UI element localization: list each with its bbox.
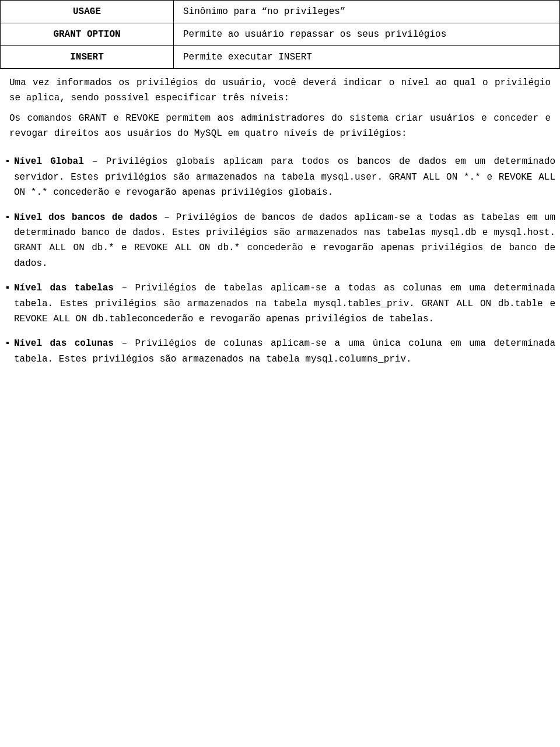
list-item: Nível Global – Privilégios globais aplic… <box>5 154 555 200</box>
level-term: Nível das colunas <box>14 338 114 349</box>
level-dash: – <box>114 338 135 349</box>
table-row: USAGESinônimo para “no privileges” <box>1 1 560 23</box>
intro-paragraph: Uma vez informados os privilégios do usu… <box>9 76 551 106</box>
table-cell-term: USAGE <box>1 1 174 23</box>
table-row: GRANT OPTIONPermite ao usuário repassar … <box>1 23 560 46</box>
level-term: Nível dos bancos de dados <box>14 212 158 223</box>
levels-list: Nível Global – Privilégios globais aplic… <box>0 154 560 367</box>
list-item: Nível das tabelas – Privilégios de tabel… <box>5 280 555 327</box>
level-term: Nível das tabelas <box>14 283 114 293</box>
table-cell-term: GRANT OPTION <box>1 23 174 46</box>
table-row: INSERTPermite executar INSERT <box>1 46 560 69</box>
level-dash: – <box>114 283 135 293</box>
list-item: Nível das colunas – Privilégios de colun… <box>5 336 555 367</box>
level-dash: – <box>84 156 106 167</box>
table-cell-description: Permite ao usuário repassar os seus priv… <box>174 23 560 46</box>
table-cell-description: Permite executar INSERT <box>174 46 560 69</box>
table-cell-description: Sinônimo para “no privileges” <box>174 1 560 23</box>
table-cell-term: INSERT <box>1 46 174 69</box>
level-dash: – <box>158 212 176 223</box>
grant-revoke-paragraph: Os comandos GRANT e REVOKE permitem aos … <box>9 111 551 141</box>
page-container: USAGESinônimo para “no privileges”GRANT … <box>0 0 560 367</box>
level-term: Nível Global <box>14 156 84 167</box>
intro-section: Uma vez informados os privilégios do usu… <box>0 69 560 154</box>
list-item: Nível dos bancos de dados – Privilégios … <box>5 210 555 272</box>
privilege-table: USAGESinônimo para “no privileges”GRANT … <box>0 0 560 69</box>
